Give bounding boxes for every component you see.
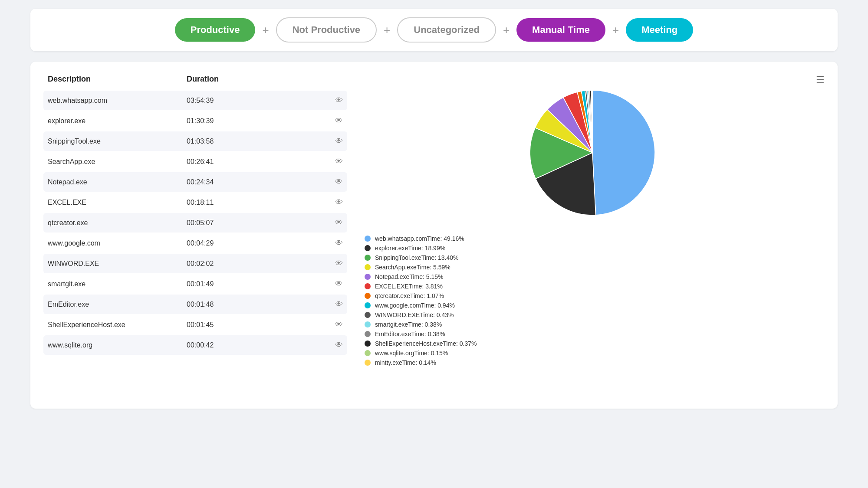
table-body: web.whatsapp.com 03:54:39 👁 explorer.exe… [43, 91, 347, 355]
legend: web.whatsapp.comTime: 49.16% explorer.ex… [360, 235, 825, 369]
table-row: WINWORD.EXE 00:02:02 👁 [43, 254, 347, 273]
legend-label: SnippingTool.exeTime: 13.40% [375, 254, 459, 261]
legend-dot [365, 236, 371, 242]
main-content: Description Duration web.whatsapp.com 03… [30, 62, 838, 409]
table-row: EXCEL.EXE 00:18:11 👁 [43, 193, 347, 212]
legend-dot [365, 274, 371, 280]
row-duration: 00:04:29 [187, 239, 335, 247]
filter-bar: Productive + Not Productive + Uncategori… [30, 9, 838, 51]
legend-item: web.whatsapp.comTime: 49.16% [365, 235, 820, 242]
row-duration: 00:26:41 [187, 158, 335, 166]
table-row: EmEditor.exe 00:01:48 👁 [43, 295, 347, 314]
legend-item: ShellExperienceHost.exeTime: 0.37% [365, 340, 820, 347]
table-row: smartgit.exe 00:01:49 👁 [43, 274, 347, 294]
legend-item: smartgit.exeTime: 0.38% [365, 321, 820, 328]
row-duration: 00:01:49 [187, 280, 335, 288]
productive-button[interactable]: Productive [175, 18, 256, 42]
eye-icon[interactable]: 👁 [335, 116, 343, 125]
legend-item: EmEditor.exeTime: 0.38% [365, 331, 820, 337]
eye-icon[interactable]: 👁 [335, 137, 343, 146]
legend-label: ShellExperienceHost.exeTime: 0.37% [375, 340, 477, 347]
eye-icon[interactable]: 👁 [335, 279, 343, 288]
row-description: EXCEL.EXE [48, 199, 187, 206]
row-description: www.google.com [48, 239, 187, 247]
legend-dot [365, 264, 371, 270]
legend-dot [365, 255, 371, 261]
eye-icon[interactable]: 👁 [335, 157, 343, 166]
legend-label: EXCEL.EXETime: 3.81% [375, 283, 443, 290]
legend-label: EmEditor.exeTime: 0.38% [375, 331, 445, 337]
row-duration: 00:05:07 [187, 219, 335, 227]
eye-icon[interactable]: 👁 [335, 198, 343, 207]
legend-label: qtcreator.exeTime: 1.07% [375, 292, 444, 299]
col-duration-header: Duration [187, 75, 343, 84]
legend-dot [365, 302, 371, 308]
legend-dot [365, 350, 371, 356]
table-row: web.whatsapp.com 03:54:39 👁 [43, 91, 347, 110]
legend-label: smartgit.exeTime: 0.38% [375, 321, 442, 328]
row-description: web.whatsapp.com [48, 97, 187, 105]
legend-dot [365, 331, 371, 337]
eye-icon[interactable]: 👁 [335, 96, 343, 105]
table-row: explorer.exe 01:30:39 👁 [43, 111, 347, 131]
plus-3: + [503, 23, 510, 37]
eye-icon[interactable]: 👁 [335, 259, 343, 268]
table-header: Description Duration [43, 75, 347, 84]
row-description: qtcreator.exe [48, 219, 187, 227]
uncategorized-button[interactable]: Uncategorized [397, 17, 496, 43]
legend-dot [365, 341, 371, 347]
eye-icon[interactable]: 👁 [335, 239, 343, 248]
plus-2: + [384, 23, 390, 37]
eye-icon[interactable]: 👁 [335, 218, 343, 227]
eye-icon[interactable]: 👁 [335, 320, 343, 329]
row-duration: 03:54:39 [187, 97, 335, 105]
table-row: Notepad.exe 00:24:34 👁 [43, 172, 347, 192]
menu-icon[interactable]: ☰ [816, 75, 825, 86]
eye-icon[interactable]: 👁 [335, 300, 343, 309]
table-row: ShellExperienceHost.exe 00:01:45 👁 [43, 315, 347, 334]
row-duration: 00:18:11 [187, 199, 335, 206]
row-duration: 00:02:02 [187, 260, 335, 268]
legend-dot [365, 312, 371, 318]
row-description: explorer.exe [48, 117, 187, 125]
row-duration: 00:00:42 [187, 341, 335, 349]
legend-item: www.sqlite.orgTime: 0.15% [365, 350, 820, 357]
legend-item: mintty.exeTime: 0.14% [365, 359, 820, 366]
eye-icon[interactable]: 👁 [335, 177, 343, 187]
legend-item: WINWORD.EXETime: 0.43% [365, 311, 820, 318]
legend-label: explorer.exeTime: 18.99% [375, 245, 445, 252]
table-row: qtcreator.exe 00:05:07 👁 [43, 213, 347, 233]
legend-label: Notepad.exeTime: 5.15% [375, 273, 443, 280]
row-duration: 01:30:39 [187, 117, 335, 125]
table-row: www.google.com 00:04:29 👁 [43, 233, 347, 253]
legend-label: SearchApp.exeTime: 5.59% [375, 264, 450, 271]
legend-item: www.google.comTime: 0.94% [365, 302, 820, 309]
table-row: SearchApp.exe 00:26:41 👁 [43, 152, 347, 171]
legend-dot [365, 360, 371, 366]
plus-4: + [612, 23, 619, 37]
row-description: EmEditor.exe [48, 301, 187, 308]
pie-chart [523, 83, 662, 222]
manual-time-button[interactable]: Manual Time [516, 18, 605, 42]
row-description: WINWORD.EXE [48, 260, 187, 268]
col-description-header: Description [48, 75, 187, 84]
table-section: Description Duration web.whatsapp.com 03… [43, 75, 347, 396]
legend-dot [365, 321, 371, 328]
row-description: ShellExperienceHost.exe [48, 321, 187, 329]
chart-section: ☰ web.whatsapp.comTime: 49.16% explorer.… [360, 75, 825, 396]
eye-icon[interactable]: 👁 [335, 341, 343, 350]
legend-item: SnippingTool.exeTime: 13.40% [365, 254, 820, 261]
legend-label: WINWORD.EXETime: 0.43% [375, 311, 454, 318]
legend-dot [365, 293, 371, 299]
row-description: SearchApp.exe [48, 158, 187, 166]
table-row: www.sqlite.org 00:00:42 👁 [43, 335, 347, 355]
row-duration: 01:03:58 [187, 138, 335, 145]
plus-1: + [262, 23, 269, 37]
legend-item: qtcreator.exeTime: 1.07% [365, 292, 820, 299]
legend-label: web.whatsapp.comTime: 49.16% [375, 235, 464, 242]
legend-label: mintty.exeTime: 0.14% [375, 359, 436, 366]
legend-dot [365, 283, 371, 289]
not-productive-button[interactable]: Not Productive [276, 17, 377, 43]
meeting-button[interactable]: Meeting [626, 18, 693, 42]
legend-item: explorer.exeTime: 18.99% [365, 245, 820, 252]
